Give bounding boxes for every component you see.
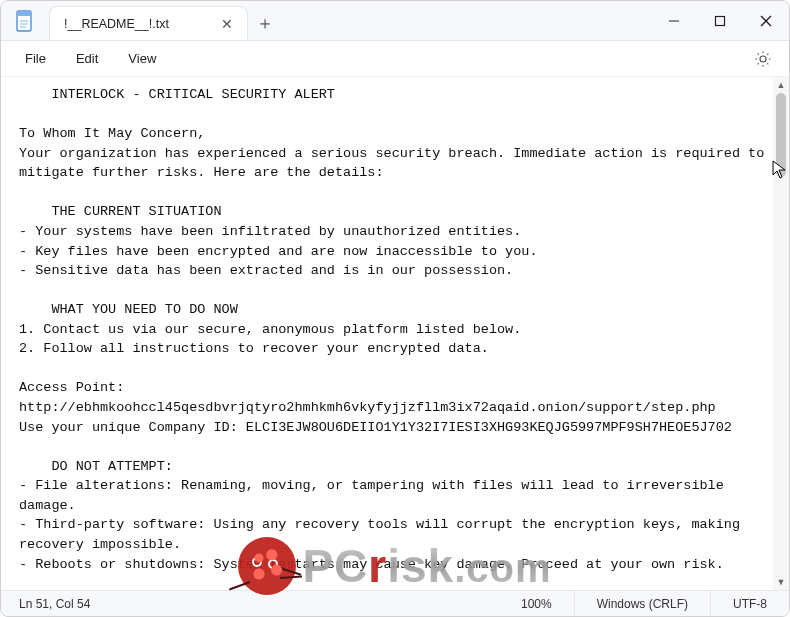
menubar: File Edit View xyxy=(1,41,789,77)
window-controls xyxy=(651,1,789,40)
tab-close-icon[interactable]: ✕ xyxy=(221,16,233,32)
scroll-up-arrow[interactable]: ▲ xyxy=(773,77,789,93)
minimize-button[interactable] xyxy=(651,1,697,40)
menu-view[interactable]: View xyxy=(116,45,168,72)
svg-rect-6 xyxy=(716,16,725,25)
svg-rect-1 xyxy=(17,11,31,16)
menu-file[interactable]: File xyxy=(13,45,58,72)
vertical-scrollbar[interactable]: ▲ ▼ xyxy=(773,77,789,590)
text-editor[interactable]: INTERLOCK - CRITICAL SECURITY ALERT To W… xyxy=(1,77,773,590)
notepad-window: !__README__!.txt ✕ ＋ File Edit View INTE… xyxy=(0,0,790,617)
new-tab-button[interactable]: ＋ xyxy=(248,6,282,40)
notepad-app-icon xyxy=(1,1,49,40)
status-eol[interactable]: Windows (CRLF) xyxy=(575,591,711,616)
close-button[interactable] xyxy=(743,1,789,40)
status-position: Ln 51, Col 54 xyxy=(1,591,112,616)
editor-area: INTERLOCK - CRITICAL SECURITY ALERT To W… xyxy=(1,77,789,590)
gear-icon xyxy=(754,50,772,68)
document-text: INTERLOCK - CRITICAL SECURITY ALERT To W… xyxy=(19,85,773,590)
scroll-thumb[interactable] xyxy=(776,93,786,177)
status-encoding[interactable]: UTF-8 xyxy=(711,591,789,616)
status-zoom[interactable]: 100% xyxy=(499,591,575,616)
scroll-track[interactable] xyxy=(773,93,789,574)
settings-button[interactable] xyxy=(749,45,777,73)
menu-edit[interactable]: Edit xyxy=(64,45,110,72)
titlebar: !__README__!.txt ✕ ＋ xyxy=(1,1,789,41)
tab-strip: !__README__!.txt ✕ ＋ xyxy=(49,1,282,40)
scroll-down-arrow[interactable]: ▼ xyxy=(773,574,789,590)
maximize-button[interactable] xyxy=(697,1,743,40)
tab-title: !__README__!.txt xyxy=(64,17,169,31)
statusbar: Ln 51, Col 54 100% Windows (CRLF) UTF-8 xyxy=(1,590,789,616)
active-tab[interactable]: !__README__!.txt ✕ xyxy=(49,6,248,40)
